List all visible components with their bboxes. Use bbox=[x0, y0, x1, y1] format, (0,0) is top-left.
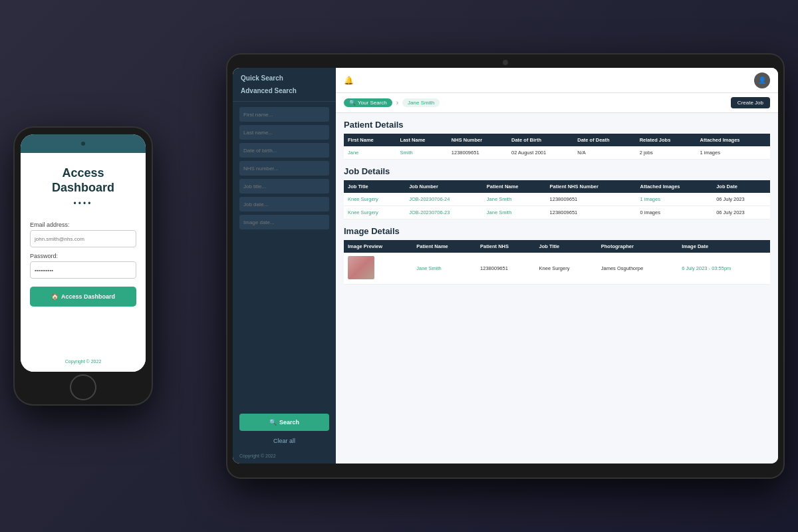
image-details-title: Image Details bbox=[344, 226, 770, 236]
quick-search-label: Quick Search bbox=[241, 74, 328, 82]
search-label: Search bbox=[279, 419, 299, 426]
imagedate-input[interactable] bbox=[239, 215, 329, 229]
image-table-head: Image Preview Patient Name Patient NHS J… bbox=[344, 240, 770, 253]
sidebar-inputs bbox=[233, 102, 336, 411]
col-nhs: NHS Number bbox=[448, 134, 507, 146]
img-patient-name[interactable]: Jane Smith bbox=[412, 253, 476, 285]
job-images-1[interactable]: 1 images bbox=[636, 193, 712, 206]
job-title-2[interactable]: Knee Surgery bbox=[344, 206, 405, 219]
col-dob: Date of Birth bbox=[507, 134, 573, 146]
phone-dots: •••• bbox=[74, 199, 93, 208]
col-photographer: Photographer bbox=[597, 240, 678, 253]
job-patient-2[interactable]: Jane Smith bbox=[483, 206, 546, 219]
job-date-1: 06 July 2023 bbox=[712, 193, 770, 206]
col-job-date: Job Date bbox=[712, 180, 770, 193]
phone-camera bbox=[81, 142, 85, 146]
phone-password-label: Password: bbox=[30, 253, 58, 259]
phone-access-icon: 🏠 bbox=[51, 293, 59, 300]
scene: Access Dashboard •••• Email address: Pas… bbox=[13, 13, 785, 519]
phone-access-btn[interactable]: 🏠 Access Dashboard bbox=[30, 287, 136, 307]
phone-home-button[interactable] bbox=[70, 374, 96, 400]
image-details-table: Image Preview Patient Name Patient NHS J… bbox=[344, 240, 770, 285]
search-tag-icon: 🔍 bbox=[349, 100, 356, 106]
phone-logo: Access Dashboard •••• bbox=[30, 166, 136, 216]
job-patient-1[interactable]: Jane Smith bbox=[483, 193, 546, 206]
search-button[interactable]: 🔍 Search bbox=[239, 414, 329, 431]
col-img-nhs: Patient NHS bbox=[476, 240, 535, 253]
col-img-date: Image Date bbox=[678, 240, 770, 253]
job-table-body: Knee Surgery JOB-20230706-24 Jane Smith … bbox=[344, 193, 770, 219]
search-icon: 🔍 bbox=[269, 419, 277, 426]
advanced-search-label: Advanced Search bbox=[241, 87, 328, 94]
nhs-input[interactable] bbox=[239, 161, 329, 176]
job-details-table: Job Title Job Number Patient Name Patien… bbox=[344, 180, 770, 219]
firstname-input[interactable] bbox=[239, 107, 329, 122]
col-preview: Image Preview bbox=[344, 240, 412, 253]
job-number-1[interactable]: JOB-20230706-24 bbox=[405, 193, 483, 206]
jobdate-input[interactable] bbox=[239, 197, 329, 211]
sidebar-footer: Copyright © 2022 bbox=[233, 448, 336, 464]
col-patient-nhs: Patient NHS Number bbox=[546, 180, 636, 193]
phone-screen: Access Dashboard •••• Email address: Pas… bbox=[21, 134, 146, 372]
breadcrumb-arrow: › bbox=[396, 99, 398, 106]
table-row: Knee Surgery JOB-20230706-23 Jane Smith … bbox=[344, 206, 770, 219]
job-number-2[interactable]: JOB-20230706-23 bbox=[405, 206, 483, 219]
tablet-camera bbox=[503, 60, 508, 65]
phone-access-label: Access Dashboard bbox=[61, 293, 115, 300]
patient-details-table: First Name Last Name NHS Number Date of … bbox=[344, 134, 770, 160]
job-images-2: 0 images bbox=[636, 206, 712, 219]
col-img-patient: Patient Name bbox=[412, 240, 476, 253]
job-title-1[interactable]: Knee Surgery bbox=[344, 193, 405, 206]
patient-lastname[interactable]: Smith bbox=[396, 146, 448, 160]
patient-dod: N/A bbox=[573, 146, 635, 160]
breadcrumb-search-tag[interactable]: 🔍 Your Search bbox=[344, 98, 392, 107]
col-related: Related Jobs bbox=[636, 134, 696, 146]
breadcrumb-patient-name[interactable]: Jane Smith bbox=[402, 98, 440, 107]
patient-table-head: First Name Last Name NHS Number Date of … bbox=[344, 134, 770, 146]
lastname-input[interactable] bbox=[239, 125, 329, 140]
patient-table-body: Jane Smith 1238009651 02 August 2001 N/A… bbox=[344, 146, 770, 160]
main-content: 🔔 👤 🔍 Your Search › Jane Smith Create Jo… bbox=[336, 68, 778, 464]
img-nhs: 1238009651 bbox=[476, 253, 535, 285]
patient-nhs: 1238009651 bbox=[448, 146, 507, 160]
tablet-device: Quick Search Advanced Search 🔍 Search C bbox=[226, 53, 785, 479]
patient-images: 1 images bbox=[696, 146, 771, 160]
patient-details-title: Patient Details bbox=[344, 120, 770, 130]
patient-firstname[interactable]: Jane bbox=[344, 146, 396, 160]
phone-app-title: Access Dashboard bbox=[52, 166, 114, 195]
phone-footer: Copyright © 2022 bbox=[65, 352, 102, 364]
patient-dob: 02 August 2001 bbox=[507, 146, 573, 160]
bell-icon[interactable]: 🔔 bbox=[344, 76, 354, 85]
phone-content: Access Dashboard •••• Email address: Pas… bbox=[21, 153, 146, 372]
job-date-2: 06 July 2023 bbox=[712, 206, 770, 219]
col-job-number: Job Number bbox=[405, 180, 483, 193]
job-details-title: Job Details bbox=[344, 166, 770, 176]
col-img-job: Job Title bbox=[535, 240, 597, 253]
patient-jobs: 2 jobs bbox=[636, 146, 696, 160]
img-date[interactable]: 6 July 2023 - 03:55pm bbox=[678, 253, 770, 285]
image-preview-cell bbox=[344, 253, 412, 285]
user-avatar[interactable]: 👤 bbox=[754, 72, 770, 88]
image-thumbnail[interactable] bbox=[348, 256, 374, 279]
job-nhs-1: 1238009651 bbox=[546, 193, 636, 206]
phone-password-input[interactable] bbox=[30, 261, 136, 279]
phone-email-input[interactable] bbox=[30, 230, 136, 247]
create-job-button[interactable]: Create Job bbox=[731, 97, 770, 108]
table-row: Jane Smith 1238009651 Knee Surgery James… bbox=[344, 253, 770, 285]
col-firstname: First Name bbox=[344, 134, 396, 146]
jobtitle-input[interactable] bbox=[239, 179, 329, 194]
clear-button[interactable]: Clear all bbox=[239, 434, 329, 448]
tablet-screen: Quick Search Advanced Search 🔍 Search C bbox=[233, 68, 778, 464]
job-table-head: Job Title Job Number Patient Name Patien… bbox=[344, 180, 770, 193]
col-attached-images: Attached Images bbox=[636, 180, 712, 193]
phone-email-label: Email address: bbox=[30, 221, 70, 228]
sidebar-header: Quick Search Advanced Search bbox=[233, 68, 336, 102]
col-images: Attached Images bbox=[696, 134, 771, 146]
job-nhs-2: 1238009651 bbox=[546, 206, 636, 219]
phone-top-bar bbox=[21, 134, 146, 153]
dob-input[interactable] bbox=[239, 143, 329, 158]
col-job-title: Job Title bbox=[344, 180, 405, 193]
topbar: 🔔 👤 bbox=[336, 68, 778, 93]
img-photographer: James Osguthorpe bbox=[597, 253, 678, 285]
col-lastname: Last Name bbox=[396, 134, 448, 146]
